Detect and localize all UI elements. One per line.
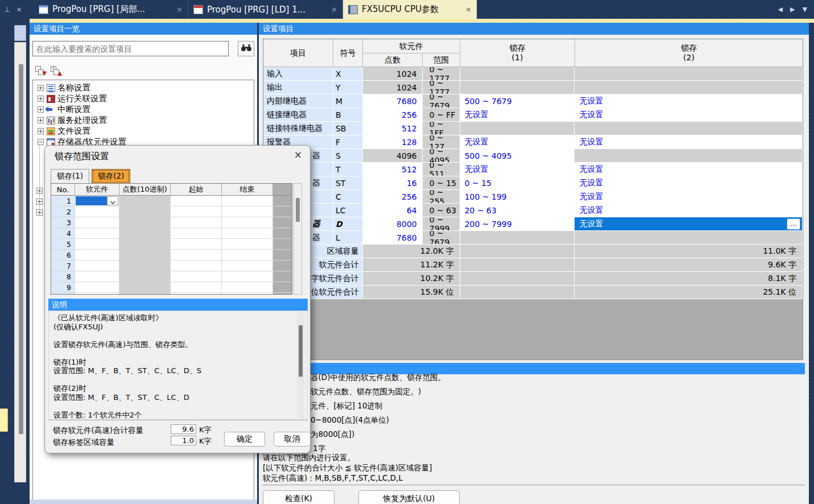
tab-close-icon[interactable]: × — [465, 5, 472, 14]
grid-device-cell[interactable] — [75, 217, 119, 228]
grid-device-cell[interactable] — [75, 261, 119, 271]
expand-node-icon[interactable]: + — [38, 85, 44, 91]
grid-end-cell[interactable] — [222, 282, 273, 293]
grid-start-cell[interactable] — [171, 217, 222, 228]
grid-device-cell[interactable] — [75, 282, 119, 293]
device-points-cell[interactable]: 512 — [363, 122, 423, 135]
sidebar-item-setting[interactable]: +名称设置 — [33, 82, 254, 93]
grid-end-cell[interactable] — [222, 271, 273, 282]
expand-node-icon[interactable]: + — [36, 209, 43, 216]
tab-close-icon[interactable]: × — [176, 5, 183, 14]
latch1-cell[interactable]: 500 ~ 7679 — [460, 94, 575, 108]
description-scroll-thumb[interactable] — [299, 325, 303, 377]
device-points-cell[interactable]: 16 — [363, 176, 423, 190]
sidebar-item-setting[interactable]: +中断设置 — [33, 104, 254, 115]
latch1-cell[interactable]: 无设置 — [460, 108, 575, 122]
latch2-cell[interactable]: 无设置 — [575, 176, 803, 190]
grid-start-cell[interactable] — [171, 228, 222, 239]
dialog-close-icon[interactable]: × — [294, 149, 302, 160]
latch1-cell[interactable]: 200 ~ 7999 — [460, 217, 575, 231]
grid-device-cell[interactable] — [75, 271, 119, 282]
latch2-cell[interactable]: 无设置 — [575, 204, 803, 217]
expand-node-icon[interactable]: + — [38, 128, 44, 134]
tab-scroll-right-icon[interactable]: ▶ — [790, 6, 795, 13]
grid-start-cell[interactable] — [171, 282, 222, 293]
device-points-cell[interactable]: 128 — [363, 135, 423, 149]
sidebar-item-setting[interactable]: +运行关联设置 — [33, 93, 254, 104]
latch2-cell[interactable]: 无设置… — [575, 217, 803, 231]
device-points-cell[interactable]: 7680 — [363, 231, 423, 245]
device-points-cell[interactable]: 256 — [363, 108, 423, 122]
latch1-cell[interactable]: 500 ~ 4095 — [460, 149, 575, 163]
device-points-cell[interactable]: 7680 — [363, 94, 423, 108]
grid-end-cell[interactable] — [222, 196, 273, 206]
tab-list-dropdown-icon[interactable]: ▼ — [803, 6, 807, 13]
collapsed-panel-tab[interactable] — [0, 408, 8, 432]
latch1-cell[interactable]: 20 ~ 63 — [460, 204, 575, 217]
grid-device-cell[interactable] — [75, 228, 119, 239]
search-button[interactable] — [238, 41, 254, 56]
latch-tab-1[interactable]: 锁存(1) — [51, 169, 89, 184]
search-input[interactable] — [32, 41, 229, 56]
device-points-cell[interactable]: 8000 — [363, 217, 423, 231]
document-tab[interactable]: ProgPou [PRG] [LD] 1...× — [188, 0, 343, 19]
grid-device-cell[interactable] — [75, 196, 119, 206]
sidebar-item-setting[interactable]: +服务处理设置 — [33, 115, 254, 126]
docked-panel-button[interactable] — [14, 25, 26, 41]
grid-start-cell[interactable] — [171, 271, 222, 282]
grid-start-cell[interactable] — [171, 196, 222, 206]
grid-end-cell[interactable] — [222, 206, 273, 217]
dock-scroll-thumb[interactable] — [19, 64, 23, 434]
grid-device-cell[interactable] — [75, 206, 119, 217]
latch1-cell[interactable]: 0 ~ 15 — [460, 176, 575, 190]
latch2-cell[interactable]: 无设置 — [575, 108, 803, 122]
latch2-cell[interactable]: 无设置 — [575, 94, 803, 108]
grid-device-cell[interactable] — [75, 239, 119, 250]
grid-start-cell[interactable] — [171, 293, 222, 295]
latch-tab-2[interactable]: 锁存(2) — [92, 169, 130, 184]
device-points-cell[interactable]: 256 — [363, 190, 423, 204]
grid-end-cell[interactable] — [222, 217, 273, 228]
device-points-cell[interactable]: 64 — [363, 204, 423, 217]
check-button[interactable]: 检查(K) — [263, 490, 334, 504]
more-options-button[interactable]: … — [787, 218, 800, 230]
expand-node-icon[interactable]: + — [36, 199, 43, 205]
latch2-cell[interactable]: 无设置 — [575, 190, 803, 204]
grid-start-cell[interactable] — [171, 250, 222, 261]
device-points-cell[interactable]: 512 — [363, 163, 423, 176]
dropdown-arrow-icon[interactable] — [107, 196, 118, 205]
document-tab[interactable]: ProgPou [PRG] [局部...× — [34, 0, 188, 19]
document-tab[interactable]: FX5UCPU CPU参数× — [343, 0, 477, 19]
grid-scrollbar[interactable] — [294, 183, 302, 295]
grid-start-cell[interactable] — [171, 239, 222, 250]
collapse-node-icon[interactable]: − — [38, 139, 44, 145]
grid-end-cell[interactable] — [222, 250, 273, 261]
tab-close-icon[interactable]: × — [331, 5, 337, 14]
expand-node-icon[interactable]: + — [38, 96, 44, 102]
sidebar-item-setting[interactable]: +文件设置 — [33, 126, 254, 137]
close-icon[interactable]: × — [16, 5, 22, 14]
pin-icon[interactable]: ⊥ — [4, 5, 10, 14]
expand-all-icon[interactable]: +▲ — [51, 66, 61, 75]
collapse-all-icon[interactable]: -▼ — [35, 66, 46, 75]
expand-node-icon[interactable]: + — [38, 106, 44, 113]
description-scrollbar[interactable] — [297, 312, 304, 419]
latch2-cell[interactable]: 无设置 — [575, 135, 803, 149]
grid-start-cell[interactable] — [171, 261, 222, 271]
expand-node-icon[interactable]: + — [36, 188, 43, 194]
grid-end-cell[interactable] — [222, 239, 273, 250]
grid-device-cell[interactable] — [75, 250, 119, 261]
grid-end-cell[interactable] — [222, 261, 273, 271]
grid-device-cell[interactable] — [75, 293, 119, 295]
latch2-cell[interactable]: 无设置 — [575, 163, 803, 176]
latch1-cell[interactable]: 无设置 — [460, 163, 575, 176]
latch1-cell[interactable]: 无设置 — [460, 135, 575, 149]
restore-default-button[interactable]: 恢复为默认(U) — [358, 490, 460, 504]
tab-scroll-left-icon[interactable]: ◀ — [778, 6, 783, 13]
expand-node-icon[interactable]: + — [38, 117, 44, 123]
grid-end-cell[interactable] — [222, 293, 273, 295]
grid-scroll-thumb[interactable] — [296, 198, 300, 222]
latch1-cell[interactable]: 100 ~ 199 — [460, 190, 575, 204]
ok-button[interactable]: 确定 — [224, 432, 265, 447]
cancel-button[interactable]: 取消 — [274, 432, 311, 447]
